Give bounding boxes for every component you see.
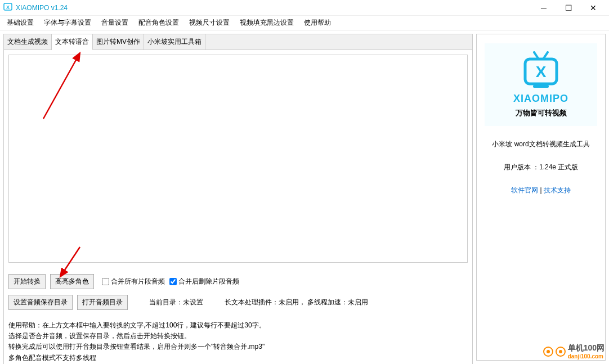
main-panel: 文档生成视频 文本转语音 图片转MV创作 小米坡实用工具箱: [0, 30, 476, 364]
help-line-3: 转换完成后可以使用打开音频目录按钮查看结果，启用合并则多一个"转音频合并.mp3…: [8, 341, 468, 352]
menu-voice-role-settings[interactable]: 配音角色设置: [134, 16, 183, 30]
menu-basic-settings[interactable]: 基础设置: [2, 16, 38, 30]
minimize-button[interactable]: ─: [531, 0, 556, 16]
help-line-2: 选择是否合并音频，设置保存目录，然后点击开始转换按钮。: [8, 331, 468, 341]
logo-box: X XIAOMIPO 万物皆可转视频: [485, 43, 597, 126]
menu-font-subtitle-settings[interactable]: 字体与字幕设置: [39, 16, 96, 30]
watermark-icon: [556, 347, 566, 357]
help-text: 使用帮助：在上方文本框中输入要转换的文字,不超过100行，建议每行不要超过30字…: [8, 320, 468, 363]
svg-text:X: X: [536, 63, 547, 80]
menu-bar: 基础设置 字体与字幕设置 音量设置 配音角色设置 视频尺寸设置 视频填充黑边设置…: [0, 16, 609, 30]
menu-volume-settings[interactable]: 音量设置: [97, 16, 133, 30]
svg-rect-10: [533, 85, 549, 88]
help-line-1: 使用帮助：在上方文本框中输入要转换的文字,不超过100行，建议每行不要超过30字…: [8, 320, 468, 331]
close-button[interactable]: ✕: [581, 0, 606, 16]
menu-help[interactable]: 使用帮助: [299, 16, 335, 30]
app-icon: X: [3, 2, 16, 13]
help-line-4: 多角色配音模式不支持多线程: [8, 353, 468, 363]
menu-video-size-settings[interactable]: 视频尺寸设置: [185, 16, 234, 30]
tech-support-link[interactable]: 技术支持: [544, 186, 571, 194]
window-controls: ─ ☐ ✕: [531, 0, 606, 16]
official-site-link[interactable]: 软件官网: [511, 186, 538, 194]
logo-tagline: 万物皆可转视频: [489, 108, 593, 118]
tab-text-to-speech[interactable]: 文本转语音: [52, 34, 93, 50]
plugin-status: 长文本处理插件：未启用， 多线程加速：未启用: [225, 298, 368, 307]
svg-text:X: X: [6, 5, 10, 10]
tab-doc-to-video[interactable]: 文档生成视频: [4, 34, 52, 50]
merge-all-checkbox[interactable]: [102, 278, 109, 285]
tab-header: 文档生成视频 文本转语音 图片转MV创作 小米坡实用工具箱: [4, 34, 472, 50]
tab-image-to-mv[interactable]: 图片转MV创作: [93, 34, 144, 50]
logo-brand-text: XIAOMIPO: [489, 93, 593, 105]
watermark-text-top: 单机100网: [568, 343, 604, 353]
current-dir-status: 当前目录：未设置: [149, 298, 203, 307]
window-title: XIAOMIPO v1.24: [16, 4, 531, 12]
start-convert-button[interactable]: 开始转换: [8, 274, 46, 289]
delete-after-merge-checkbox[interactable]: [169, 278, 177, 285]
title-bar: X XIAOMIPO v1.24 ─ ☐ ✕: [0, 0, 609, 16]
tab-toolbox[interactable]: 小米坡实用工具箱: [144, 34, 205, 50]
version-info: 用户版本 ：1.24e 正式版: [480, 159, 602, 176]
open-audio-dir-button[interactable]: 打开音频目录: [77, 295, 128, 310]
highlight-roles-button[interactable]: 高亮多角色: [50, 274, 94, 289]
maximize-button[interactable]: ☐: [556, 0, 581, 16]
delete-after-merge-label: 合并后删除片段音频: [178, 277, 239, 286]
watermark-text-bottom: danji100.com: [568, 353, 604, 359]
merge-all-label: 合并所有片段音频: [111, 277, 165, 286]
sidebar: X XIAOMIPO 万物皆可转视频 小米坡 word文档转视频生成工具 用户版…: [476, 34, 606, 361]
merge-all-checkbox-wrap[interactable]: 合并所有片段音频: [102, 277, 165, 286]
menu-video-fill-black-settings[interactable]: 视频填充黑边设置: [235, 16, 298, 30]
logo-icon: X: [521, 51, 561, 88]
text-input[interactable]: [8, 55, 468, 263]
set-audio-dir-button[interactable]: 设置音频保存目录: [8, 295, 73, 310]
app-description: 小米坡 word文档转视频生成工具: [480, 136, 602, 152]
delete-after-merge-checkbox-wrap[interactable]: 合并后删除片段音频: [169, 277, 239, 286]
watermark-icon: [543, 347, 553, 357]
watermark: 单机100网 danji100.com: [543, 343, 604, 359]
